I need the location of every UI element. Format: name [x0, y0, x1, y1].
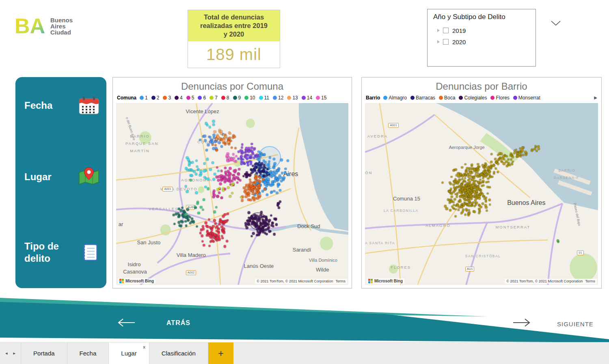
legend-item[interactable]: 12	[273, 95, 283, 101]
map-dot	[468, 200, 470, 202]
map-dot	[199, 139, 202, 141]
map-dot	[229, 137, 231, 140]
expand-icon[interactable]	[437, 29, 440, 32]
legend-item[interactable]: 11	[259, 95, 269, 101]
map-dot	[462, 196, 464, 198]
map-dot	[458, 209, 460, 211]
legend-item[interactable]: 8	[221, 95, 229, 101]
back-button[interactable]: ATRÁS	[166, 319, 190, 327]
map-dot	[448, 190, 450, 193]
terms-link[interactable]: Terms	[336, 279, 346, 283]
legend-dot-icon	[316, 96, 320, 100]
map-dot	[187, 219, 189, 222]
map-dot	[471, 164, 473, 166]
tab-lugar[interactable]: Lugarx	[109, 342, 149, 364]
legend-item[interactable]: 7	[209, 95, 218, 101]
map-dot	[268, 226, 270, 228]
legend-item[interactable]: Monserrat	[513, 95, 540, 101]
legend-dot-icon	[244, 96, 248, 100]
checkbox[interactable]	[443, 28, 449, 33]
map-dot	[251, 150, 253, 153]
legend-dot-icon	[209, 96, 214, 100]
map-dot	[507, 158, 509, 160]
map-dot	[474, 193, 476, 196]
sidebar-item-tipo-delito[interactable]: Tipo de delito	[24, 236, 100, 269]
slicer-items: 20192020	[433, 25, 536, 47]
legend-dot-icon	[410, 96, 415, 100]
map-dot	[250, 161, 253, 163]
expand-icon[interactable]	[437, 40, 440, 43]
map-dot	[535, 145, 537, 147]
legend-item[interactable]: 6	[198, 95, 206, 101]
legend-item[interactable]: Colegiales	[459, 95, 487, 101]
map-dot	[485, 197, 487, 199]
legend-item[interactable]: 15	[316, 95, 326, 101]
map-dot	[253, 218, 255, 220]
legend-item[interactable]: Flores	[490, 95, 509, 101]
map-dot	[205, 122, 207, 125]
map-dot	[557, 239, 559, 242]
sidebar-item-lugar[interactable]: Lugar	[24, 166, 100, 188]
map-dot	[261, 162, 263, 165]
map-dot	[470, 195, 472, 197]
checkbox[interactable]	[443, 39, 449, 45]
next-arrow-icon[interactable]	[512, 318, 531, 327]
legend-item[interactable]: 2	[151, 95, 160, 101]
map-dot	[456, 196, 458, 198]
legend-item[interactable]: 3	[163, 95, 171, 101]
map-dot	[249, 181, 252, 183]
map-dot	[264, 161, 267, 164]
tab-next-icon[interactable]: ▸	[13, 351, 16, 356]
map-dot	[473, 168, 476, 171]
add-page-button[interactable]: +	[208, 342, 233, 364]
legend-scroll-right-icon[interactable]: ▶	[594, 95, 597, 100]
map-dot	[287, 173, 289, 176]
legend-item[interactable]: 13	[287, 95, 298, 101]
map-canvas-comuna[interactable]: Microsoft Bing © 2021 TomTom, © 2021 Mic…	[116, 103, 348, 285]
close-icon[interactable]: x	[143, 345, 145, 349]
sidebar-item-fecha[interactable]: Fecha	[24, 94, 100, 117]
back-arrow-icon[interactable]	[117, 318, 136, 327]
map-dot	[464, 177, 466, 179]
map-dot	[184, 220, 187, 223]
map-dot	[467, 179, 470, 181]
map-dot	[212, 120, 215, 123]
map-dot	[203, 176, 206, 179]
legend-label: Boca	[444, 95, 455, 101]
map-dot	[451, 193, 453, 195]
legend-item[interactable]: 5	[186, 95, 194, 101]
map-canvas-barrio[interactable]: Microsoft Bing © 2021 TomTom, © 2021 Mic…	[365, 103, 598, 285]
map-dot	[278, 207, 280, 209]
tab-fecha[interactable]: Fecha	[67, 342, 109, 364]
map-dot	[222, 227, 225, 230]
map-dot	[240, 149, 242, 152]
map-dot	[482, 164, 484, 167]
tab-portada[interactable]: Portada	[21, 342, 67, 364]
map-dot	[502, 155, 505, 158]
map-dot	[247, 222, 250, 225]
bing-logo[interactable]: Microsoft Bing	[367, 278, 404, 284]
chevron-down-icon[interactable]	[551, 20, 561, 26]
tab-prev-icon[interactable]: ◂	[5, 351, 8, 356]
legend-item[interactable]: 14	[302, 95, 312, 101]
powerbi-dashboard: BA Buenos Aires Ciudad Total de denuncia…	[0, 0, 609, 364]
map-dot	[178, 224, 181, 227]
map-dot	[225, 171, 227, 174]
legend-item[interactable]: Almagro	[383, 95, 407, 101]
legend-dot-icon	[490, 96, 495, 100]
legend-item[interactable]: 4	[175, 95, 183, 101]
map-dot	[486, 181, 488, 183]
legend-item[interactable]: 9	[233, 95, 241, 101]
legend-item[interactable]: Boca	[439, 95, 455, 101]
next-button[interactable]: SIGUIENTE	[557, 321, 594, 327]
map-dot	[233, 174, 235, 177]
map-dot	[196, 166, 199, 168]
tab-clasificación[interactable]: Clasificación	[149, 342, 208, 364]
map-dot	[464, 213, 466, 215]
legend-item[interactable]: 10	[244, 95, 255, 101]
legend-item[interactable]: 1	[140, 95, 148, 101]
bing-logo[interactable]: Microsoft Bing	[118, 278, 155, 284]
terms-link[interactable]: Terms	[585, 279, 596, 283]
legend-item[interactable]: Barracas	[410, 95, 435, 101]
map-dot	[462, 187, 464, 189]
